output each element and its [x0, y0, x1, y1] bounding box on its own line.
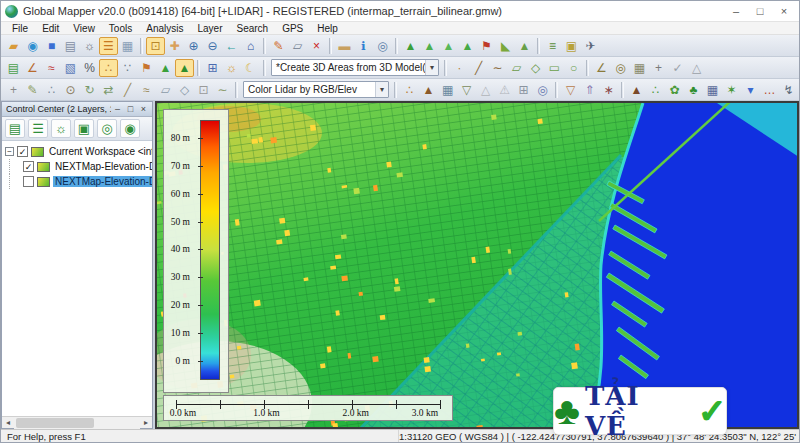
layer-visibility-icon[interactable]: ◉ [120, 119, 140, 138]
copy-feature-icon[interactable]: ▱ [156, 81, 175, 99]
classify-high-veg-icon[interactable]: ♣ [684, 81, 703, 99]
daylight-icon[interactable]: ☼ [222, 59, 241, 77]
scale-feature-icon[interactable]: ⇄ [99, 81, 118, 99]
delete-feature-icon[interactable]: × [307, 37, 326, 55]
full-view-icon[interactable]: ⌂ [241, 37, 260, 55]
lidar-elevation-icon[interactable]: ▲ [419, 81, 438, 99]
lidar-color-icon[interactable]: ∴ [400, 81, 419, 99]
close-button[interactable]: × [773, 3, 795, 19]
path-profile-icon[interactable]: ≈ [42, 59, 61, 77]
classify-outliers-icon[interactable]: ∗ [599, 81, 618, 99]
view-shed-icon[interactable]: ▲ [458, 37, 477, 55]
measure-angle-icon[interactable]: ∠ [592, 59, 611, 77]
crop-feature-icon[interactable]: ⊡ [194, 81, 213, 99]
layer-options-icon[interactable]: ☰ [28, 119, 48, 138]
minimize-button[interactable]: – [725, 3, 747, 19]
select-features-icon[interactable]: ✎ [23, 81, 42, 99]
panel-maximize-button[interactable]: □ [124, 104, 137, 115]
lidar-warning-icon[interactable]: ⚠ [495, 81, 514, 99]
lidar-class-grid-icon[interactable]: ▦ [438, 81, 457, 99]
menu-item-tools[interactable]: Tools [102, 22, 139, 35]
zoom-to-layer-icon[interactable]: ◎ [97, 119, 117, 138]
lidar-grid-icon[interactable]: ⊞ [514, 81, 533, 99]
pan-feature-icon[interactable]: + [4, 81, 23, 99]
map-view[interactable]: 80 m70 m60 m50 m40 m30 m20 m10 m0 m 0.0 … [155, 101, 799, 429]
terrain-shader-icon[interactable]: ▲ [401, 37, 420, 55]
create-3d-combo[interactable]: *Create 3D Areas from 3D Model(s)...▾ [271, 59, 439, 76]
save-workspace-icon[interactable]: ■ [42, 37, 61, 55]
create-point-icon[interactable]: ∙ [450, 59, 469, 77]
workspace-root-item-label[interactable]: Current Workspace <intermap_terrain [47, 146, 152, 157]
waypoint-flag-icon[interactable]: ⚑ [137, 59, 156, 77]
slope-tool-icon[interactable]: % [80, 59, 99, 77]
night-mode-icon[interactable]: ☾ [241, 59, 260, 77]
raster-options-icon[interactable]: ▣ [562, 37, 581, 55]
online-data-icon[interactable]: ◉ [23, 37, 42, 55]
create-multiline-icon[interactable]: ∼ [488, 59, 507, 77]
menu-item-help[interactable]: Help [310, 22, 345, 35]
chevron-down-icon[interactable]: ▾ [425, 60, 438, 75]
smooth-line-icon[interactable]: ∼ [213, 81, 232, 99]
offset-feature-icon[interactable]: ◇ [175, 81, 194, 99]
view-3d-icon[interactable]: ▧ [61, 59, 80, 77]
create-rectangle-icon[interactable]: ▭ [545, 59, 564, 77]
move-vertex-icon[interactable]: + [649, 59, 668, 77]
terrain-mountain-icon[interactable]: ▲ [156, 59, 175, 77]
watershed-icon[interactable]: ▲ [439, 37, 458, 55]
zoom-in-icon[interactable]: ⊕ [184, 37, 203, 55]
control-center-header[interactable]: Control Center (2 Layers, 1 Selected) – … [2, 102, 152, 117]
zoom-box-icon[interactable]: ⊡ [146, 37, 165, 55]
scroll-right-icon[interactable]: ▸ [140, 417, 152, 429]
tree-expander-icon[interactable]: − [5, 147, 14, 156]
overlay-control-icon[interactable]: ▦ [118, 37, 137, 55]
open-data-icon[interactable]: ▤ [5, 119, 25, 138]
workspace-root-item[interactable]: −✓Current Workspace <intermap_terrain [4, 144, 152, 159]
maximize-button[interactable]: □ [749, 3, 771, 19]
classify-low-veg-icon[interactable]: ∴ [646, 81, 665, 99]
digitizer-pencil-icon[interactable]: ✎ [269, 37, 288, 55]
menu-item-file[interactable]: File [5, 22, 35, 35]
classify-keypoints-icon[interactable]: … [760, 81, 779, 99]
watermark-text[interactable]: TẢI VỀ [585, 381, 692, 441]
terrain-flag-icon[interactable]: ⚑ [477, 37, 496, 55]
edit-feature-icon[interactable]: ▱ [288, 37, 307, 55]
terrain-paint-icon[interactable]: ◣ [496, 37, 515, 55]
classify-ground-icon[interactable]: ▽ [561, 81, 580, 99]
scrollbar-thumb[interactable] [16, 418, 94, 428]
apply-edit-icon[interactable]: ✓ [668, 59, 687, 77]
classify-water-icon[interactable]: ▾ [741, 81, 760, 99]
flatten-terrain-icon[interactable]: ≡ [543, 37, 562, 55]
zoom-out-icon[interactable]: ⊖ [203, 37, 222, 55]
configure-icon[interactable]: ☼ [80, 37, 99, 55]
split-line-icon[interactable]: ╱ [118, 81, 137, 99]
create-contours-icon[interactable]: ▲ [420, 37, 439, 55]
menu-item-view[interactable]: View [66, 22, 102, 35]
panel-minimize-button[interactable]: – [111, 104, 124, 115]
cancel-edit-icon[interactable]: △ [687, 59, 706, 77]
open-file-icon[interactable]: ▰ [4, 37, 23, 55]
search-icon[interactable]: ◎ [373, 37, 392, 55]
chevron-down-icon[interactable]: ▾ [375, 82, 388, 97]
menu-item-gps[interactable]: GPS [275, 22, 310, 35]
scroll-left-icon[interactable]: ◂ [2, 417, 14, 429]
create-area-icon[interactable]: ▱ [507, 59, 526, 77]
classify-noise-icon[interactable]: ⇑ [580, 81, 599, 99]
lidar-zoom-icon[interactable]: ◎ [533, 81, 552, 99]
classify-pole-icon[interactable]: ✶ [722, 81, 741, 99]
measure-icon[interactable]: ▬ [335, 37, 354, 55]
panel-horizontal-scrollbar[interactable]: ◂ ▸ [2, 416, 152, 428]
range-rings-icon[interactable]: ◎ [611, 59, 630, 77]
map-views-icon[interactable]: ▤ [4, 59, 23, 77]
lidar-filter-icon[interactable]: ▽ [457, 81, 476, 99]
panel-close-button[interactable]: × [137, 104, 150, 115]
layer-settings-icon[interactable]: ☼ [51, 119, 71, 138]
create-circle-icon[interactable]: ○ [564, 59, 583, 77]
classify-powerline-icon[interactable]: ↯ [779, 81, 798, 99]
layer-item-dsm-checkbox[interactable]: ✓ [23, 161, 34, 172]
classify-building-icon[interactable]: ▦ [703, 81, 722, 99]
rotate-feature-icon[interactable]: ↻ [80, 81, 99, 99]
layer-item-dsm[interactable]: ✓NEXTMap-Elevation-DSM [4, 159, 152, 174]
menu-item-search[interactable]: Search [229, 22, 275, 35]
layer-item-dtm-checkbox[interactable] [23, 176, 34, 187]
create-polygon-icon[interactable]: ◇ [526, 59, 545, 77]
